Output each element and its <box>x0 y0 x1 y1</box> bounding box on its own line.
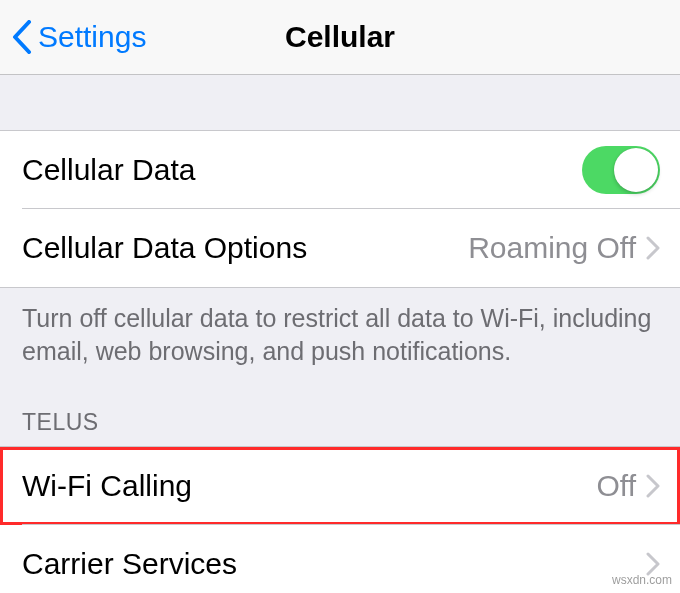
navigation-bar: Settings Cellular <box>0 0 680 75</box>
row-accessory: Roaming Off <box>468 231 660 265</box>
back-label: Settings <box>38 20 146 54</box>
row-cellular-data[interactable]: Cellular Data <box>0 131 680 209</box>
chevron-right-icon <box>646 474 660 498</box>
cellular-data-options-label: Cellular Data Options <box>22 231 307 265</box>
section-header-carrier: TELUS <box>0 367 680 446</box>
wifi-calling-label: Wi-Fi Calling <box>22 469 192 503</box>
row-accessory: Off <box>597 469 660 503</box>
back-button[interactable]: Settings <box>0 20 146 54</box>
row-cellular-data-options[interactable]: Cellular Data Options Roaming Off <box>0 209 680 287</box>
row-wifi-calling[interactable]: Wi-Fi Calling Off <box>0 447 680 525</box>
carrier-services-label: Carrier Services <box>22 547 237 581</box>
spacer <box>0 75 680 130</box>
row-carrier-services[interactable]: Carrier Services <box>0 525 680 593</box>
chevron-right-icon <box>646 236 660 260</box>
cellular-data-options-value: Roaming Off <box>468 231 636 265</box>
cellular-data-label: Cellular Data <box>22 153 195 187</box>
wifi-calling-value: Off <box>597 469 636 503</box>
settings-group-carrier: Wi-Fi Calling Off Carrier Services <box>0 446 680 593</box>
page-title: Cellular <box>285 20 395 54</box>
toggle-knob <box>614 148 658 192</box>
chevron-left-icon <box>12 20 32 54</box>
cellular-data-toggle[interactable] <box>582 146 660 194</box>
settings-group-cellular: Cellular Data Cellular Data Options Roam… <box>0 130 680 288</box>
group-footer-text: Turn off cellular data to restrict all d… <box>0 288 680 367</box>
watermark: wsxdn.com <box>612 573 672 587</box>
